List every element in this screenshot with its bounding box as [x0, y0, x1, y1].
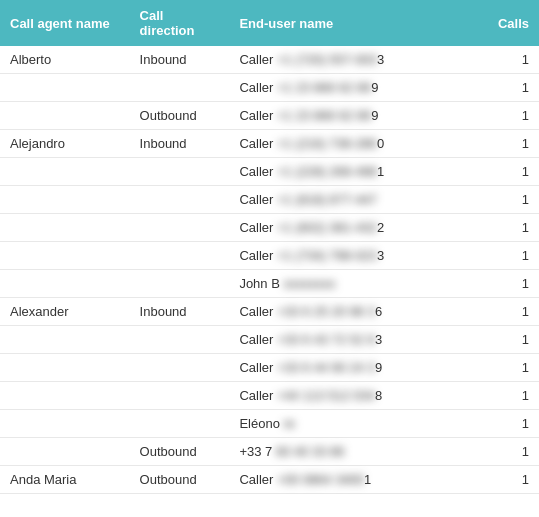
enduser-prefix: Eléono	[239, 416, 283, 431]
enduser-blurred: +44 113 512 034	[277, 388, 375, 403]
agent-cell: Alejandro	[0, 130, 130, 158]
enduser-cell: Caller +1 (734) 798-0233	[229, 242, 488, 270]
enduser-cell: +33 7 60 40 33 86	[229, 438, 488, 466]
direction-cell: Outbound	[130, 102, 230, 130]
direction-cell: Outbound	[130, 438, 230, 466]
table-row: Caller +1 (818) 877-4471	[0, 186, 539, 214]
direction-cell	[130, 354, 230, 382]
calls-cell: 1	[488, 242, 539, 270]
enduser-suffix: 2	[377, 220, 384, 235]
enduser-cell: Caller +1 (818) 877-447	[229, 186, 488, 214]
enduser-prefix: Caller	[239, 360, 277, 375]
calls-cell: 1	[488, 130, 539, 158]
enduser-suffix: 1	[364, 472, 371, 487]
enduser-suffix: 6	[375, 304, 382, 319]
agent-cell	[0, 214, 130, 242]
enduser-prefix: Caller	[239, 136, 277, 151]
agent-cell	[0, 74, 130, 102]
agent-cell	[0, 438, 130, 466]
direction-cell	[130, 186, 230, 214]
enduser-suffix: 8	[375, 388, 382, 403]
enduser-cell: Caller +33 6 43 72 52 83	[229, 326, 488, 354]
agent-cell	[0, 242, 130, 270]
table-row: Caller +1 (734) 798-02331	[0, 242, 539, 270]
direction-cell: Outbound	[130, 466, 230, 494]
calls-cell: 1	[488, 46, 539, 74]
direction-cell	[130, 214, 230, 242]
enduser-blurred: xxxxxxxx	[283, 276, 335, 291]
agent-cell: Alberto	[0, 46, 130, 74]
enduser-prefix: Caller	[239, 52, 277, 67]
direction-cell	[130, 158, 230, 186]
calls-cell: 1	[488, 466, 539, 494]
enduser-cell: Caller +00 0864 34001	[229, 466, 488, 494]
calls-cell: 1	[488, 158, 539, 186]
table-row: OutboundCaller +1 23 866 62 8991	[0, 102, 539, 130]
enduser-prefix: Caller	[239, 164, 277, 179]
enduser-prefix: Caller	[239, 248, 277, 263]
enduser-blurred: +1 (720) 557-003	[277, 52, 377, 67]
agent-cell	[0, 186, 130, 214]
enduser-blurred: +33 6 44 90 24 3	[277, 360, 375, 375]
calls-cell: 1	[488, 270, 539, 298]
direction-cell: Inbound	[130, 298, 230, 326]
enduser-prefix: +33 7	[239, 444, 276, 459]
table-row: Caller +1 (228) 268-49811	[0, 158, 539, 186]
table-row: AlexanderInboundCaller +33 6 25 20 98 36…	[0, 298, 539, 326]
direction-cell: Inbound	[130, 46, 230, 74]
table-row: AlejandroInboundCaller +1 (216) 738-2860…	[0, 130, 539, 158]
enduser-blurred: +1 (734) 798-023	[277, 248, 377, 263]
table-row: Eléono re1	[0, 410, 539, 438]
calls-cell: 1	[488, 298, 539, 326]
table-row: Caller +1 23 866 62 8991	[0, 74, 539, 102]
direction-cell: Inbound	[130, 130, 230, 158]
enduser-blurred: +1 (216) 738-286	[277, 136, 377, 151]
calls-cell: 1	[488, 74, 539, 102]
enduser-prefix: Caller	[239, 388, 277, 403]
enduser-cell: Caller +1 23 866 62 899	[229, 102, 488, 130]
enduser-blurred: +1 (818) 877-447	[277, 192, 377, 207]
calls-cell: 1	[488, 382, 539, 410]
table-row: Outbound+33 7 60 40 33 861	[0, 438, 539, 466]
table-row: Caller +1 (602) 381-43221	[0, 214, 539, 242]
enduser-cell: Caller +1 (602) 381-4322	[229, 214, 488, 242]
direction-cell	[130, 74, 230, 102]
calls-cell: 1	[488, 438, 539, 466]
table-row: John B xxxxxxxx1	[0, 270, 539, 298]
table-row: Caller +33 6 43 72 52 831	[0, 326, 539, 354]
enduser-blurred: +1 (602) 381-432	[277, 220, 377, 235]
enduser-prefix: Caller	[239, 220, 277, 235]
enduser-cell: Caller +44 113 512 0348	[229, 382, 488, 410]
direction-cell	[130, 410, 230, 438]
direction-cell	[130, 382, 230, 410]
enduser-blurred: +33 6 25 20 98 3	[277, 304, 375, 319]
calls-table: Call agent name Call direction End-user …	[0, 0, 539, 494]
enduser-prefix: Caller	[239, 80, 277, 95]
direction-cell	[130, 326, 230, 354]
calls-cell: 1	[488, 410, 539, 438]
calls-cell: 1	[488, 326, 539, 354]
enduser-suffix: 3	[377, 52, 384, 67]
enduser-suffix: 3	[377, 248, 384, 263]
table-row: Caller +44 113 512 03481	[0, 382, 539, 410]
agent-cell	[0, 158, 130, 186]
enduser-blurred: +33 6 43 72 52 8	[277, 332, 375, 347]
enduser-blurred: re	[283, 416, 295, 431]
agent-cell	[0, 326, 130, 354]
enduser-blurred: +1 (228) 268-498	[277, 164, 377, 179]
enduser-cell: Caller +1 (216) 738-2860	[229, 130, 488, 158]
agent-cell	[0, 270, 130, 298]
agent-cell	[0, 102, 130, 130]
calls-cell: 1	[488, 102, 539, 130]
enduser-cell: Caller +33 6 44 90 24 39	[229, 354, 488, 382]
enduser-cell: Caller +1 (228) 268-4981	[229, 158, 488, 186]
table-row: AlbertoInboundCaller +1 (720) 557-00331	[0, 46, 539, 74]
agent-cell: Anda Maria	[0, 466, 130, 494]
agent-cell: Alexander	[0, 298, 130, 326]
enduser-blurred: +00 0864 3400	[277, 472, 364, 487]
enduser-cell: John B xxxxxxxx	[229, 270, 488, 298]
enduser-blurred: +1 23 866 62 89	[277, 108, 371, 123]
enduser-blurred: +1 23 866 62 89	[277, 80, 371, 95]
enduser-suffix: 9	[371, 80, 378, 95]
direction-cell	[130, 270, 230, 298]
